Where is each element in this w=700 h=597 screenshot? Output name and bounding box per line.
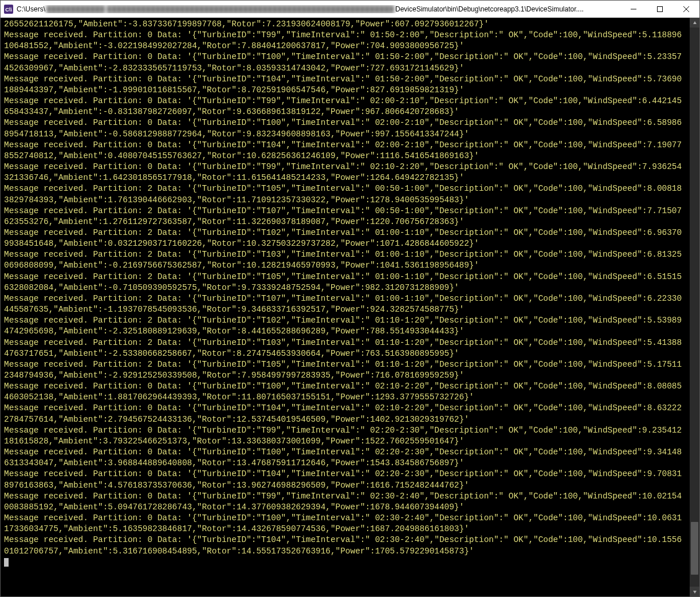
scroll-down-button[interactable]: [690, 587, 699, 596]
svg-rect-3: [658, 6, 663, 11]
console-area: 26552621126175,"Ambient":-3.837336719989…: [1, 18, 699, 596]
window-controls: [620, 1, 699, 18]
maximize-button[interactable]: [647, 1, 673, 18]
title-suffix: DeviceSimulator\bin\Debug\netcoreapp3.1\…: [395, 5, 584, 13]
svg-text:C\\: C\\: [5, 7, 12, 13]
minimize-button[interactable]: [620, 1, 647, 18]
svg-marker-7: [693, 591, 697, 594]
window-title: C:\Users\ ████████████ █████████████████…: [17, 5, 620, 13]
close-button[interactable]: [673, 1, 699, 18]
console-window: C\\ C:\Users\ ████████████ █████████████…: [0, 0, 700, 597]
titlebar[interactable]: C\\ C:\Users\ ████████████ █████████████…: [1, 1, 699, 18]
scrollbar-thumb[interactable]: [691, 522, 698, 575]
scroll-up-button[interactable]: [690, 18, 699, 28]
cursor: [4, 558, 9, 567]
title-prefix: C:\Users\: [17, 5, 45, 13]
svg-marker-6: [693, 21, 697, 24]
title-redacted: ████████████ ███████████████████████████…: [45, 5, 395, 13]
app-icon: C\\: [4, 5, 13, 14]
console-output[interactable]: 26552621126175,"Ambient":-3.837336719989…: [1, 18, 690, 596]
vertical-scrollbar[interactable]: [690, 18, 699, 596]
